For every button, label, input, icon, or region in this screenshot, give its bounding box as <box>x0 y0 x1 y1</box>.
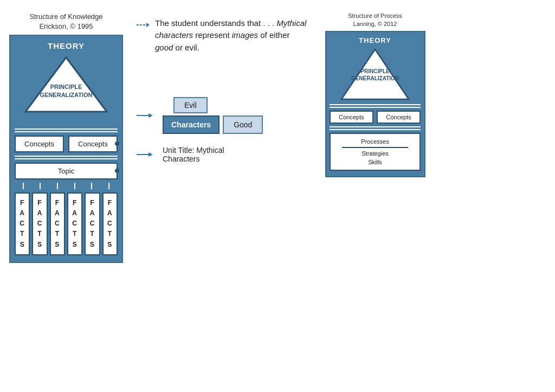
knowledge-title: Structure of Knowledge Erickson, © 1995 <box>29 12 102 31</box>
process-concept-1: Concepts <box>330 111 373 124</box>
svg-marker-4 <box>149 113 153 118</box>
svg-marker-2 <box>146 23 150 27</box>
topic-box: Topic <box>15 163 118 179</box>
process-principle: PRINCIPLEGENERALIZATION <box>351 68 399 82</box>
knowledge-diagram: Structure of Knowledge Erickson, © 1995 … <box>7 12 126 263</box>
arrow-row-unit: Unit Title: MythicalCharacters <box>137 146 310 163</box>
arrow-to-unit <box>137 149 153 160</box>
triangle-container: PRINCIPLE GENERALIZATION <box>23 55 109 125</box>
vert-line-5 <box>91 183 92 189</box>
process-h-lines-2 <box>330 126 421 130</box>
arrow-to-characters <box>137 110 153 121</box>
description-text: The student understands that . . . Mythi… <box>155 17 310 54</box>
process-subtitle: Lanning, © 2012 <box>353 21 397 27</box>
facts-col-2: FACTS <box>32 192 47 255</box>
process-divider-line <box>342 147 408 148</box>
good-label: Good <box>234 120 252 129</box>
process-h-line-4 <box>330 129 421 130</box>
topic-label: Topic <box>58 167 74 175</box>
page-container: Structure of Knowledge Erickson, © 1995 … <box>7 7 548 386</box>
dashed-arrow-indicator <box>137 20 150 33</box>
concept-dot <box>115 142 119 146</box>
evil-label: Evil <box>184 101 197 110</box>
skills-label: Skills <box>368 159 382 165</box>
good-box: Good <box>223 115 263 134</box>
unit-title-text: Unit Title: MythicalCharacters <box>163 146 224 163</box>
process-box: THEORY PRINCIPLEGENERALIZATION <box>325 31 425 177</box>
concept2-label: Concepts <box>78 140 108 148</box>
characters-label: Characters <box>171 120 211 129</box>
process-bottom-box: Processes Strategies Skills <box>330 133 421 171</box>
theory-label: THEORY <box>48 41 85 50</box>
vert-line-3 <box>57 183 58 189</box>
knowledge-subtitle: Erickson, © 1995 <box>39 22 93 30</box>
vert-lines <box>15 183 118 189</box>
process-diagram: Structure of Process Lanning, © 2012 THE… <box>321 12 429 178</box>
concepts-row: Concepts Concepts <box>15 136 118 152</box>
process-h-line-2 <box>330 107 421 108</box>
facts-row: FACTS FACTS FACTS FACTS FACTS FACTS <box>15 192 118 255</box>
vert-line-2 <box>40 183 41 189</box>
h-line-1 <box>15 128 118 130</box>
facts-col-6: FACTS <box>102 192 118 255</box>
arrow-row-characters: Evil Characters Good <box>137 97 310 134</box>
evil-cluster: Evil Characters Good <box>163 97 263 134</box>
process-concept2-label: Concepts <box>386 114 411 120</box>
facts-col-1: FACTS <box>15 192 30 255</box>
knowledge-box: THEORY PRINCIPLE GENERALIZATION <box>9 35 123 263</box>
topic-row: Topic <box>15 163 118 179</box>
facts-col-4: FACTS <box>67 192 82 255</box>
processes-label: Processes <box>361 138 389 145</box>
concept-box-2: Concepts <box>68 136 118 152</box>
h-line-3 <box>15 156 118 157</box>
process-h-line-1 <box>330 104 421 105</box>
principle-label: PRINCIPLE GENERALIZATION <box>40 83 93 100</box>
process-concept-2: Concepts <box>377 111 421 124</box>
process-h-lines <box>330 104 421 108</box>
main-row: Structure of Knowledge Erickson, © 1995 … <box>7 12 548 263</box>
principle-text: PRINCIPLE GENERALIZATION <box>40 83 93 99</box>
facts-col-3: FACTS <box>50 192 65 255</box>
svg-marker-6 <box>149 152 153 157</box>
process-triangle-container: PRINCIPLEGENERALIZATION <box>337 47 413 101</box>
process-concept1-label: Concepts <box>339 114 364 120</box>
h-lines-2 <box>15 156 118 159</box>
facts-col-5: FACTS <box>85 192 100 255</box>
process-concepts-row: Concepts Concepts <box>330 111 421 124</box>
process-title: Structure of Process Lanning, © 2012 <box>348 12 402 29</box>
process-h-line-3 <box>330 126 421 127</box>
characters-box: Characters <box>163 115 220 134</box>
h-lines <box>15 128 118 132</box>
vert-line-4 <box>74 183 75 189</box>
topic-dot <box>115 169 119 173</box>
concept-box-1: Concepts <box>15 136 64 152</box>
process-title-text: Structure of Process <box>348 12 402 19</box>
knowledge-title-text: Structure of Knowledge <box>29 12 102 21</box>
evil-box: Evil <box>173 97 208 113</box>
concept1-label: Concepts <box>24 140 54 148</box>
process-theory: THEORY <box>359 36 391 44</box>
char-good-row: Characters Good <box>163 115 263 134</box>
strategies-label: Strategies <box>362 150 389 157</box>
vert-line-1 <box>23 183 24 189</box>
h-line-2 <box>15 131 118 132</box>
middle-section: The student understands that . . . Mythi… <box>126 12 310 164</box>
h-line-4 <box>15 158 118 159</box>
vert-line-6 <box>108 183 109 189</box>
